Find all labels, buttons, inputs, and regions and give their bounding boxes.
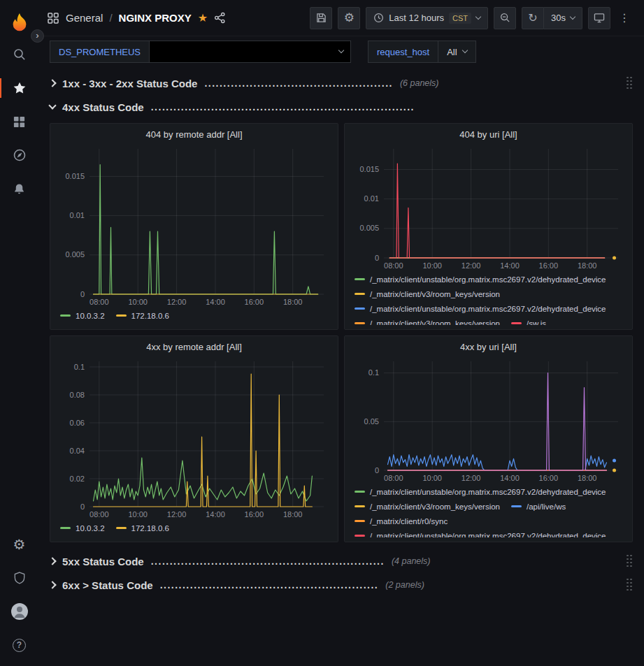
panel-404-by-uri: 404 by uri [All] 00.0050.010.01508:0010:… [344, 123, 633, 330]
sidebar-item-profile[interactable] [0, 595, 38, 628]
chevron-right-icon [48, 557, 56, 565]
panel-404-by-remote-addr: 404 by remote addr [All] 00.0050.010.015… [50, 123, 338, 330]
gear-icon: ⚙ [344, 12, 355, 24]
row-panel-count: (6 panels) [400, 78, 439, 88]
row-drag-handle[interactable] [627, 77, 633, 90]
sidebar-item-search[interactable] [0, 38, 38, 71]
chevron-right-icon [48, 79, 56, 87]
panel-chart[interactable]: 00.050.108:0010:0012:0014:0016:0018:00 [352, 356, 625, 484]
sidebar-item-alerting[interactable] [0, 172, 38, 205]
row-drag-handle[interactable] [627, 555, 633, 568]
svg-text:0: 0 [375, 466, 379, 475]
legend-item[interactable]: 10.0.3.2 [60, 521, 105, 535]
svg-text:08:00: 08:00 [384, 261, 403, 270]
share-icon[interactable] [214, 12, 226, 24]
legend-color-dash [355, 278, 365, 280]
datasource-select[interactable] [150, 41, 351, 63]
row-toggle-4xx[interactable]: 4xx Status Code ........................… [50, 96, 633, 117]
legend-item[interactable]: 10.0.3.2 [60, 308, 105, 323]
svg-text:0.08: 0.08 [70, 391, 85, 399]
grafana-flame-icon [9, 12, 30, 33]
legend-item[interactable]: /_matrix/client/unstable/org.matrix.msc2… [355, 272, 606, 287]
dashboard-title[interactable]: NGINX PROXY [119, 12, 192, 24]
breadcrumb-section[interactable]: General [66, 12, 103, 24]
panel-chart[interactable]: 00.0050.010.01508:0010:0012:0014:0016:00… [352, 143, 625, 272]
legend-item[interactable]: /_matrix/client/v3/room_keys/version [355, 287, 500, 301]
svg-text:14:00: 14:00 [206, 298, 225, 306]
panel-title[interactable]: 4xx by uri [All] [352, 339, 625, 356]
save-dashboard-button[interactable] [310, 7, 332, 29]
zoom-out-icon [500, 13, 510, 23]
svg-text:0.05: 0.05 [364, 417, 379, 426]
row-toggle-1xx-3xx-2xx[interactable]: 1xx - 3xx - 2xx Status Code ............… [50, 73, 633, 94]
variables-submenu: DS_PROMETHEUS request_host All [38, 36, 644, 66]
legend-item[interactable]: /sw.js [511, 316, 546, 325]
row-drag-handle[interactable] [627, 579, 633, 592]
panel-title[interactable]: 404 by uri [All] [352, 126, 625, 143]
legend-color-dash [355, 491, 365, 493]
toolbar-actions: ⚙ Last 12 hours CST [310, 7, 633, 29]
search-icon [13, 48, 27, 61]
sidebar: › [0, 0, 38, 666]
sidebar-expand-button[interactable]: › [31, 29, 44, 43]
legend-item[interactable]: /api/live/ws [511, 499, 566, 514]
sidebar-item-help[interactable]: ? [0, 628, 38, 662]
row-title: 4xx Status Code [62, 101, 144, 113]
legend-color-dash [355, 535, 365, 537]
monitor-icon [594, 13, 605, 23]
variable-request-host-select[interactable]: All [438, 41, 475, 63]
sidebar-item-server-admin[interactable] [0, 561, 38, 595]
zoom-out-button[interactable] [494, 7, 516, 29]
legend-label: /sw.js [527, 319, 546, 326]
svg-text:10:00: 10:00 [128, 298, 148, 306]
panel-legend: /_matrix/client/unstable/org.matrix.msc2… [352, 484, 625, 537]
svg-text:08:00: 08:00 [384, 474, 403, 482]
svg-text:0.02: 0.02 [70, 475, 85, 483]
row-toggle-5xx[interactable]: 5xx Status Code ........................… [50, 551, 633, 572]
legend-item[interactable]: /_matrix/client/unstable/org.matrix.msc2… [355, 528, 606, 537]
panel-chart[interactable]: 00.0050.010.01508:0010:0012:0014:0016:00… [57, 143, 331, 308]
legend-item[interactable]: 172.18.0.6 [116, 308, 169, 323]
legend-item[interactable]: /_matrix/client/r0/sync [355, 514, 448, 528]
svg-text:12:00: 12:00 [167, 298, 187, 306]
help-icon: ? [13, 639, 26, 652]
tv-mode-button[interactable] [588, 7, 610, 29]
refresh-interval-value: 30s [551, 13, 566, 23]
row-toggle-6xx[interactable]: 6xx > Status Code ......................… [50, 574, 633, 595]
legend-item[interactable]: /_matrix/client/v3/room_keys/version [355, 316, 500, 325]
refresh-interval-dropdown[interactable]: 30s [544, 7, 582, 29]
panel-title[interactable]: 404 by remote addr [All] [57, 126, 331, 143]
dashboard-settings-button[interactable]: ⚙ [338, 7, 360, 29]
sidebar-item-configuration[interactable]: ⚙ [0, 528, 38, 561]
sidebar-item-explore[interactable] [0, 138, 38, 172]
favorite-star-icon[interactable]: ★ [198, 13, 208, 24]
top-nav: General / NGINX PROXY ★ [38, 0, 644, 36]
svg-text:0.04: 0.04 [70, 447, 85, 455]
star-icon [13, 81, 27, 95]
legend-color-dash [355, 293, 365, 295]
svg-text:0.01: 0.01 [70, 211, 85, 219]
svg-text:12:00: 12:00 [167, 510, 187, 519]
legend-color-dash [355, 322, 365, 324]
legend-item[interactable]: /_matrix/client/unstable/org.matrix.msc2… [355, 301, 606, 316]
legend-item[interactable]: /_matrix/client/v3/room_keys/version [355, 499, 500, 514]
variable-request-host-label[interactable]: request_host [368, 41, 438, 63]
panel-title[interactable]: 4xx by remote addr [All] [57, 339, 331, 356]
legend-item[interactable]: 172.18.0.6 [116, 521, 169, 535]
datasource-label[interactable]: DS_PROMETHEUS [50, 41, 150, 63]
apps-grid-icon[interactable] [47, 12, 59, 24]
sidebar-item-starred[interactable] [0, 71, 38, 105]
time-range-picker[interactable]: Last 12 hours CST [366, 7, 488, 29]
shield-icon [13, 571, 27, 585]
more-options-button[interactable]: ⋮ [616, 7, 633, 29]
svg-text:18:00: 18:00 [578, 261, 597, 270]
svg-text:12:00: 12:00 [461, 261, 481, 270]
panel-chart[interactable]: 00.020.040.060.080.108:0010:0012:0014:00… [57, 356, 331, 521]
svg-text:12:00: 12:00 [461, 474, 481, 482]
refresh-button[interactable]: ↻ [522, 7, 544, 29]
sidebar-item-dashboards[interactable] [0, 105, 38, 138]
legend-item[interactable]: /_matrix/client/unstable/org.matrix.msc2… [355, 484, 606, 499]
breadcrumb: General / NGINX PROXY ★ [47, 12, 226, 24]
gear-icon: ⚙ [13, 537, 26, 551]
legend-color-dash [116, 314, 127, 317]
